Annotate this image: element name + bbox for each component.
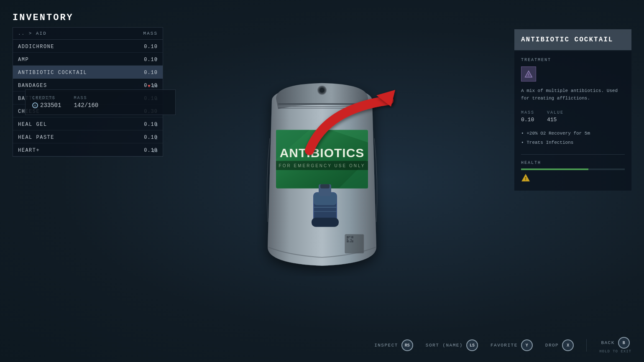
count-number: 2 — [155, 135, 158, 140]
item-count: 7 — [155, 58, 158, 63]
sort-action: SORT (NAME) LS — [426, 339, 478, 351]
item-stats: MASS 0.10 VALUE 415 — [521, 110, 625, 123]
value-stat-value: 415 — [547, 117, 564, 123]
inventory-title: INVENTORY — [13, 13, 163, 23]
mass-stat: MASS 0.10 — [521, 110, 534, 123]
item-mass-value: 0.10 — [144, 44, 158, 50]
item-name-label: AMP — [18, 57, 29, 63]
item-name-label: HEART+ — [18, 148, 40, 153]
item-count: ♥10 — [148, 84, 158, 89]
hud-divider — [586, 339, 587, 352]
svg-rect-27 — [351, 240, 353, 242]
mass-stat-value: 0.10 — [521, 117, 534, 123]
antibiotics-bag-image: ANTIBIOTICS FOR EMERGENCY USE ONLY — [255, 76, 389, 276]
breadcrumb: .. > AID — [18, 31, 47, 36]
item-name-label: ANTIBIOTIC COCKTAIL — [18, 70, 87, 76]
svg-rect-20 — [347, 236, 349, 238]
item-name-label: HEAL PASTE — [18, 135, 54, 140]
mass-stat-label: MASS — [521, 110, 534, 115]
treatment-label: TREATMENT — [521, 58, 625, 62]
svg-rect-23 — [347, 239, 348, 240]
svg-rect-16 — [312, 218, 339, 227]
drop-action: DROP X — [545, 339, 574, 351]
credits-section: CREDITS ⊙ 233501 — [32, 96, 61, 109]
inspect-action: INSPECT RS — [374, 339, 413, 351]
svg-rect-15 — [320, 184, 330, 189]
effect-1: • +20% O2 Recovery for 5m — [521, 130, 625, 137]
svg-text:!: ! — [525, 176, 526, 181]
back-sub-label: HOLD TO EXIT — [599, 349, 631, 354]
favorite-label: FAVORITE — [491, 343, 518, 348]
value-stat: VALUE 415 — [547, 110, 564, 123]
health-bar-fill — [521, 168, 588, 170]
sort-label: SORT (NAME) — [426, 343, 463, 348]
item-name-label: ADDICHRONE — [18, 44, 54, 50]
inventory-footer: CREDITS ⊙ 233501 MASS 142/160 — [25, 89, 176, 115]
list-header: .. > AID MASS — [13, 28, 163, 40]
list-item[interactable]: ADDICHRONE0.10 — [13, 40, 163, 53]
svg-point-1 — [319, 88, 325, 93]
list-item[interactable]: HEAL GEL0.103 — [13, 117, 163, 130]
list-item[interactable]: HEAL PASTE0.102 — [13, 130, 163, 143]
back-action: BACK B HOLD TO EXIT — [599, 337, 631, 354]
health-section: HEALTH ! — [521, 154, 625, 184]
credits-value: ⊙ 233501 — [32, 102, 61, 109]
count-number: 7 — [155, 58, 158, 63]
sort-button[interactable]: LS — [466, 339, 478, 351]
svg-rect-21 — [349, 236, 350, 237]
list-item[interactable]: ANTIBIOTIC COCKTAIL0.10 — [13, 66, 163, 79]
item-description: A mix of multiple antibiotics. Used for … — [521, 87, 625, 102]
count-number: 10 — [152, 84, 158, 89]
svg-rect-24 — [350, 239, 352, 240]
svg-text:ANTIBIOTICS: ANTIBIOTICS — [280, 146, 365, 160]
heart-icon: ♥ — [148, 84, 151, 89]
detail-header: ANTIBIOTIC COCKTAIL — [514, 29, 631, 50]
item-display: ANTIBIOTICS FOR EMERGENCY USE ONLY — [255, 76, 389, 278]
item-title: ANTIBIOTIC COCKTAIL — [521, 36, 625, 43]
svg-rect-25 — [347, 240, 349, 242]
effects-list: • +20% O2 Recovery for 5m • Treats Infec… — [521, 130, 625, 146]
item-name-label: HEAL GEL — [18, 122, 47, 127]
health-label: HEALTH — [521, 161, 625, 165]
item-count: 3 — [155, 122, 158, 127]
inspect-button[interactable]: RS — [401, 339, 413, 351]
item-name-label: BANDAGES — [18, 83, 47, 89]
detail-body: TREATMENT ! A mix of multiple antibiotic… — [514, 51, 631, 191]
credits-label: CREDITS — [32, 96, 61, 100]
mass-column-header: MASS — [143, 31, 158, 36]
count-number: 15 — [152, 148, 158, 153]
item-count: 15 — [152, 148, 158, 153]
favorite-action: FAVORITE Y — [491, 339, 533, 351]
count-number: 3 — [155, 122, 158, 127]
drop-button[interactable]: X — [562, 339, 574, 351]
mass-footer-label: MASS — [74, 96, 98, 100]
item-count: 2 — [155, 135, 158, 140]
svg-text:!: ! — [528, 73, 529, 77]
inventory-panel: INVENTORY .. > AID MASS ADDICHRONE0.10AM… — [13, 13, 163, 157]
list-item[interactable]: HEART+0.1015 — [13, 143, 163, 156]
svg-rect-22 — [351, 236, 353, 238]
item-mass-value: 0.10 — [144, 70, 158, 76]
value-stat-label: VALUE — [547, 110, 564, 115]
effect-2: • Treats Infections — [521, 140, 625, 146]
favorite-button[interactable]: Y — [521, 339, 533, 351]
drop-label: DROP — [545, 343, 559, 348]
svg-text:FOR EMERGENCY USE ONLY: FOR EMERGENCY USE ONLY — [279, 163, 365, 168]
inspect-label: INSPECT — [374, 343, 398, 348]
list-item[interactable]: AMP0.107 — [13, 53, 163, 66]
back-label: BACK — [601, 340, 614, 345]
health-warning-icon: ! — [521, 173, 530, 182]
mass-section: MASS 142/160 — [74, 96, 98, 109]
health-bar — [521, 168, 625, 170]
credits-icon: ⊙ — [32, 102, 38, 108]
svg-rect-26 — [350, 241, 351, 242]
detail-panel: ANTIBIOTIC COCKTAIL TREATMENT ! A mix of… — [514, 29, 631, 191]
mass-footer-value: 142/160 — [74, 102, 98, 109]
treatment-icon-box: ! — [521, 66, 536, 82]
back-button[interactable]: B — [618, 337, 630, 349]
treatment-symbol-icon: ! — [524, 70, 533, 78]
bottom-hud: INSPECT RS SORT (NAME) LS FAVORITE Y DRO… — [0, 337, 644, 354]
